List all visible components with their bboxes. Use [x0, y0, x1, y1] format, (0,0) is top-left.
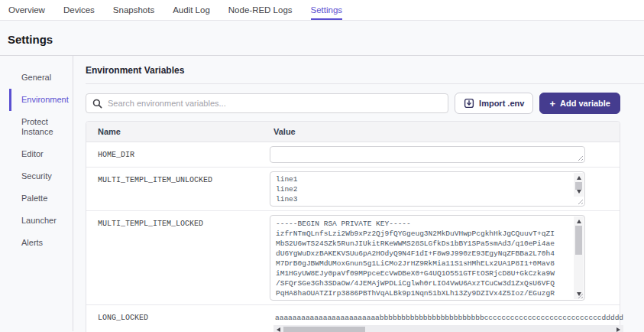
scroll-up-icon[interactable]	[577, 176, 581, 180]
tab-audit-log[interactable]: Audit Log	[173, 0, 210, 20]
instance-tab-bar: Overview Devices Snapshots Audit Log Nod…	[0, 0, 644, 21]
env-var-name: LONG_LOCKED	[86, 305, 273, 332]
env-toolbar: Import .env + Add variable	[86, 93, 620, 114]
page-title: Settings	[8, 33, 636, 46]
table-row: LONG_LOCKED aaaaaaaaaaaaaaaaaaaaaaaabbbb…	[86, 305, 620, 332]
scroll-right-icon[interactable]	[616, 327, 620, 332]
settings-sidebar: General Environment Protect Instance Edi…	[0, 56, 73, 331]
sidebar-item-general[interactable]: General	[9, 67, 73, 89]
scrollbar-thumb[interactable]	[575, 226, 582, 255]
textarea-text: -----BEGIN RSA PRIVATE KEY----- izfrNTmQ…	[270, 216, 584, 300]
table-row: HOME_DIR	[86, 142, 620, 168]
sidebar-item-environment[interactable]: Environment	[9, 89, 73, 111]
sidebar-item-alerts[interactable]: Alerts	[9, 232, 73, 254]
sidebar-item-palette[interactable]: Palette	[9, 187, 73, 210]
sidebar-item-editor[interactable]: Editor	[9, 143, 73, 165]
table-row: MULTI_TEMPL_ITEM_LOCKED -----BEGIN RSA P…	[86, 211, 620, 305]
scroll-down-icon[interactable]	[577, 190, 581, 194]
env-var-value-cell: -----BEGIN RSA PRIVATE KEY----- izfrNTmQ…	[273, 211, 620, 304]
table-header-row: Name Value	[86, 122, 620, 142]
add-variable-label: Add variable	[560, 99, 610, 108]
search-input[interactable]	[108, 99, 442, 108]
env-var-value-cell: line1 line2 line3 line4	[273, 168, 620, 210]
env-var-name: MULTI_TEMPL_ITEM_UNLOCKED	[86, 168, 273, 210]
scrollbar-thumb[interactable]	[283, 327, 365, 332]
env-var-value-cell: aaaaaaaaaaaaaaaaaaaaaaaabbbbbbbbbbbbbbbb…	[273, 305, 644, 332]
sidebar-item-launcher[interactable]: Launcher	[9, 210, 73, 232]
section-title: Environment Variables	[86, 65, 644, 84]
textarea-text: line1 line2 line3 line4	[270, 172, 584, 206]
env-var-name: MULTI_TEMPL_ITEM_LOCKED	[86, 211, 273, 304]
environment-panel: Environment Variables Import .env + Add …	[73, 56, 644, 331]
import-env-button[interactable]: Import .env	[455, 93, 533, 114]
vertical-scrollbar[interactable]	[574, 173, 584, 197]
table-row: MULTI_TEMPL_ITEM_UNLOCKED line1 line2 li…	[86, 168, 620, 211]
horizontal-scrollbar[interactable]	[273, 325, 623, 332]
tab-overview[interactable]: Overview	[8, 0, 45, 20]
tab-node-red-logs[interactable]: Node-RED Logs	[228, 0, 293, 20]
multi-templ-item-unlocked-textarea[interactable]: line1 line2 line3 line4	[270, 171, 585, 207]
multi-templ-item-locked-textarea[interactable]: -----BEGIN RSA PRIVATE KEY----- izfrNTmQ…	[270, 215, 585, 301]
sidebar-item-security[interactable]: Security	[9, 165, 73, 187]
tab-settings[interactable]: Settings	[311, 0, 343, 20]
column-header-value: Value	[273, 122, 620, 142]
vertical-scrollbar[interactable]	[574, 216, 584, 299]
plus-icon: +	[549, 98, 555, 109]
env-var-value-cell	[273, 142, 620, 167]
column-header-name: Name	[86, 122, 273, 142]
env-variables-table: Name Value HOME_DIR MULTI_TEMPL_ITEM_UNL…	[86, 121, 620, 332]
env-var-name: HOME_DIR	[86, 142, 273, 167]
page-header: Settings	[0, 21, 644, 55]
tab-devices[interactable]: Devices	[63, 0, 95, 20]
home-dir-value-textarea[interactable]	[270, 146, 585, 163]
textarea-text	[270, 147, 584, 162]
add-variable-button[interactable]: + Add variable	[539, 93, 620, 114]
tab-snapshots[interactable]: Snapshots	[113, 0, 154, 20]
scroll-left-icon[interactable]	[277, 327, 280, 332]
scroll-up-icon[interactable]	[577, 220, 581, 223]
import-env-file-icon	[464, 98, 474, 109]
long-locked-value-text: aaaaaaaaaaaaaaaaaaaaaaaabbbbbbbbbbbbbbbb…	[273, 309, 623, 322]
sidebar-item-protect-instance[interactable]: Protect Instance	[9, 111, 73, 143]
search-box[interactable]	[86, 93, 448, 113]
import-env-label: Import .env	[479, 99, 524, 108]
scrollbar-thumb[interactable]	[575, 182, 582, 190]
search-icon	[92, 99, 102, 109]
